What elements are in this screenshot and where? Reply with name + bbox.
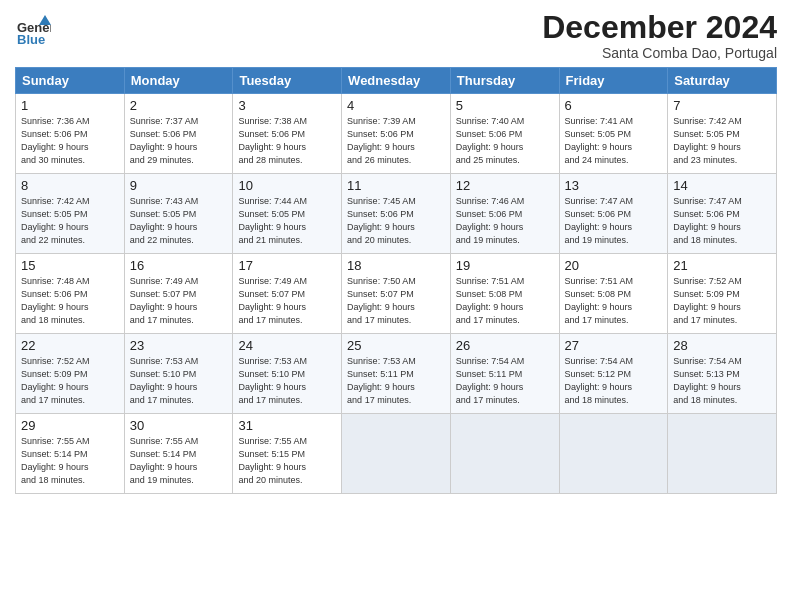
col-friday: Friday <box>559 68 668 94</box>
day-cell: 19Sunrise: 7:51 AM Sunset: 5:08 PM Dayli… <box>450 254 559 334</box>
day-number: 2 <box>130 98 228 113</box>
day-info: Sunrise: 7:49 AM Sunset: 5:07 PM Dayligh… <box>130 275 228 327</box>
day-cell: 25Sunrise: 7:53 AM Sunset: 5:11 PM Dayli… <box>342 334 451 414</box>
day-info: Sunrise: 7:47 AM Sunset: 5:06 PM Dayligh… <box>673 195 771 247</box>
col-wednesday: Wednesday <box>342 68 451 94</box>
day-cell: 7Sunrise: 7:42 AM Sunset: 5:05 PM Daylig… <box>668 94 777 174</box>
day-number: 9 <box>130 178 228 193</box>
day-number: 6 <box>565 98 663 113</box>
day-info: Sunrise: 7:41 AM Sunset: 5:05 PM Dayligh… <box>565 115 663 167</box>
day-cell: 29Sunrise: 7:55 AM Sunset: 5:14 PM Dayli… <box>16 414 125 494</box>
day-number: 25 <box>347 338 445 353</box>
day-cell: 9Sunrise: 7:43 AM Sunset: 5:05 PM Daylig… <box>124 174 233 254</box>
day-number: 10 <box>238 178 336 193</box>
day-number: 12 <box>456 178 554 193</box>
day-info: Sunrise: 7:54 AM Sunset: 5:11 PM Dayligh… <box>456 355 554 407</box>
day-info: Sunrise: 7:55 AM Sunset: 5:14 PM Dayligh… <box>130 435 228 487</box>
day-cell: 1Sunrise: 7:36 AM Sunset: 5:06 PM Daylig… <box>16 94 125 174</box>
day-number: 7 <box>673 98 771 113</box>
day-info: Sunrise: 7:52 AM Sunset: 5:09 PM Dayligh… <box>673 275 771 327</box>
day-info: Sunrise: 7:53 AM Sunset: 5:10 PM Dayligh… <box>130 355 228 407</box>
day-info: Sunrise: 7:53 AM Sunset: 5:10 PM Dayligh… <box>238 355 336 407</box>
day-cell: 3Sunrise: 7:38 AM Sunset: 5:06 PM Daylig… <box>233 94 342 174</box>
calendar-container: General Blue December 2024 Santa Comba D… <box>0 0 792 504</box>
logo: General Blue <box>15 10 55 46</box>
day-info: Sunrise: 7:54 AM Sunset: 5:13 PM Dayligh… <box>673 355 771 407</box>
day-number: 29 <box>21 418 119 433</box>
day-info: Sunrise: 7:38 AM Sunset: 5:06 PM Dayligh… <box>238 115 336 167</box>
day-cell: 23Sunrise: 7:53 AM Sunset: 5:10 PM Dayli… <box>124 334 233 414</box>
day-cell: 17Sunrise: 7:49 AM Sunset: 5:07 PM Dayli… <box>233 254 342 334</box>
calendar-table: Sunday Monday Tuesday Wednesday Thursday… <box>15 67 777 494</box>
day-number: 26 <box>456 338 554 353</box>
day-number: 17 <box>238 258 336 273</box>
day-cell <box>342 414 451 494</box>
day-info: Sunrise: 7:40 AM Sunset: 5:06 PM Dayligh… <box>456 115 554 167</box>
day-number: 11 <box>347 178 445 193</box>
day-cell: 6Sunrise: 7:41 AM Sunset: 5:05 PM Daylig… <box>559 94 668 174</box>
day-cell: 22Sunrise: 7:52 AM Sunset: 5:09 PM Dayli… <box>16 334 125 414</box>
day-cell: 27Sunrise: 7:54 AM Sunset: 5:12 PM Dayli… <box>559 334 668 414</box>
day-info: Sunrise: 7:44 AM Sunset: 5:05 PM Dayligh… <box>238 195 336 247</box>
week-row-5: 29Sunrise: 7:55 AM Sunset: 5:14 PM Dayli… <box>16 414 777 494</box>
day-info: Sunrise: 7:47 AM Sunset: 5:06 PM Dayligh… <box>565 195 663 247</box>
day-info: Sunrise: 7:55 AM Sunset: 5:14 PM Dayligh… <box>21 435 119 487</box>
day-info: Sunrise: 7:51 AM Sunset: 5:08 PM Dayligh… <box>456 275 554 327</box>
day-info: Sunrise: 7:36 AM Sunset: 5:06 PM Dayligh… <box>21 115 119 167</box>
header-row: Sunday Monday Tuesday Wednesday Thursday… <box>16 68 777 94</box>
week-row-1: 1Sunrise: 7:36 AM Sunset: 5:06 PM Daylig… <box>16 94 777 174</box>
month-title: December 2024 <box>542 10 777 45</box>
day-number: 21 <box>673 258 771 273</box>
day-cell: 8Sunrise: 7:42 AM Sunset: 5:05 PM Daylig… <box>16 174 125 254</box>
day-number: 16 <box>130 258 228 273</box>
day-cell: 5Sunrise: 7:40 AM Sunset: 5:06 PM Daylig… <box>450 94 559 174</box>
day-info: Sunrise: 7:51 AM Sunset: 5:08 PM Dayligh… <box>565 275 663 327</box>
day-info: Sunrise: 7:42 AM Sunset: 5:05 PM Dayligh… <box>673 115 771 167</box>
day-number: 15 <box>21 258 119 273</box>
day-info: Sunrise: 7:39 AM Sunset: 5:06 PM Dayligh… <box>347 115 445 167</box>
day-number: 22 <box>21 338 119 353</box>
col-thursday: Thursday <box>450 68 559 94</box>
logo-icon: General Blue <box>15 10 51 46</box>
week-row-2: 8Sunrise: 7:42 AM Sunset: 5:05 PM Daylig… <box>16 174 777 254</box>
day-cell: 28Sunrise: 7:54 AM Sunset: 5:13 PM Dayli… <box>668 334 777 414</box>
col-sunday: Sunday <box>16 68 125 94</box>
day-cell: 20Sunrise: 7:51 AM Sunset: 5:08 PM Dayli… <box>559 254 668 334</box>
day-number: 13 <box>565 178 663 193</box>
day-number: 28 <box>673 338 771 353</box>
day-info: Sunrise: 7:45 AM Sunset: 5:06 PM Dayligh… <box>347 195 445 247</box>
day-cell: 30Sunrise: 7:55 AM Sunset: 5:14 PM Dayli… <box>124 414 233 494</box>
location: Santa Comba Dao, Portugal <box>542 45 777 61</box>
col-tuesday: Tuesday <box>233 68 342 94</box>
header: General Blue December 2024 Santa Comba D… <box>15 10 777 61</box>
week-row-4: 22Sunrise: 7:52 AM Sunset: 5:09 PM Dayli… <box>16 334 777 414</box>
day-info: Sunrise: 7:48 AM Sunset: 5:06 PM Dayligh… <box>21 275 119 327</box>
day-cell: 26Sunrise: 7:54 AM Sunset: 5:11 PM Dayli… <box>450 334 559 414</box>
day-info: Sunrise: 7:54 AM Sunset: 5:12 PM Dayligh… <box>565 355 663 407</box>
day-cell: 2Sunrise: 7:37 AM Sunset: 5:06 PM Daylig… <box>124 94 233 174</box>
day-number: 4 <box>347 98 445 113</box>
col-saturday: Saturday <box>668 68 777 94</box>
day-info: Sunrise: 7:50 AM Sunset: 5:07 PM Dayligh… <box>347 275 445 327</box>
day-info: Sunrise: 7:43 AM Sunset: 5:05 PM Dayligh… <box>130 195 228 247</box>
day-cell: 15Sunrise: 7:48 AM Sunset: 5:06 PM Dayli… <box>16 254 125 334</box>
day-cell: 18Sunrise: 7:50 AM Sunset: 5:07 PM Dayli… <box>342 254 451 334</box>
day-info: Sunrise: 7:46 AM Sunset: 5:06 PM Dayligh… <box>456 195 554 247</box>
day-cell: 14Sunrise: 7:47 AM Sunset: 5:06 PM Dayli… <box>668 174 777 254</box>
day-number: 18 <box>347 258 445 273</box>
day-info: Sunrise: 7:53 AM Sunset: 5:11 PM Dayligh… <box>347 355 445 407</box>
day-number: 24 <box>238 338 336 353</box>
day-number: 30 <box>130 418 228 433</box>
day-number: 31 <box>238 418 336 433</box>
day-cell: 13Sunrise: 7:47 AM Sunset: 5:06 PM Dayli… <box>559 174 668 254</box>
day-number: 8 <box>21 178 119 193</box>
day-cell: 21Sunrise: 7:52 AM Sunset: 5:09 PM Dayli… <box>668 254 777 334</box>
day-cell: 10Sunrise: 7:44 AM Sunset: 5:05 PM Dayli… <box>233 174 342 254</box>
day-cell <box>450 414 559 494</box>
day-cell: 31Sunrise: 7:55 AM Sunset: 5:15 PM Dayli… <box>233 414 342 494</box>
day-cell: 16Sunrise: 7:49 AM Sunset: 5:07 PM Dayli… <box>124 254 233 334</box>
day-number: 27 <box>565 338 663 353</box>
day-cell: 12Sunrise: 7:46 AM Sunset: 5:06 PM Dayli… <box>450 174 559 254</box>
day-cell <box>559 414 668 494</box>
week-row-3: 15Sunrise: 7:48 AM Sunset: 5:06 PM Dayli… <box>16 254 777 334</box>
